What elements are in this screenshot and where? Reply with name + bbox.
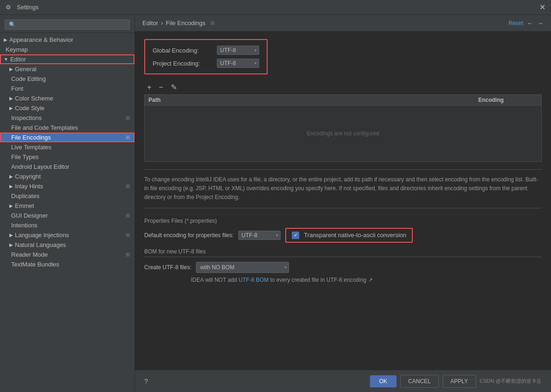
reset-button[interactable]: Reset — [509, 20, 523, 27]
table-toolbar: + − ✎ — [144, 82, 542, 93]
sidebar-item-label: Editor — [10, 56, 26, 63]
cancel-button[interactable]: CANCEL — [400, 375, 439, 388]
forward-button[interactable]: → — [537, 20, 544, 27]
header-actions: Reset ← → — [509, 20, 544, 27]
sidebar-item-general[interactable]: ▶ General — [0, 64, 134, 74]
panel-header: Editor › File Encodings ⊞ Reset ← → — [135, 15, 551, 32]
transparent-checkbox-row: Transparent native-to-ascii conversion — [285, 228, 413, 243]
project-encoding-select[interactable]: UTF-8 UTF-16 ISO-8859-1 — [217, 59, 259, 68]
sync-icon: ⊞ — [126, 213, 130, 219]
sidebar-item-emmet[interactable]: ▶ Emmet — [0, 201, 134, 211]
info-text: To change encoding IntelliJ IDEA uses fo… — [144, 169, 542, 208]
default-encoding-label: Default encoding for properties files: — [144, 232, 234, 239]
breadcrumb-current: File Encodings — [166, 20, 205, 27]
sidebar-item-label: Keymap — [6, 46, 28, 53]
action-buttons: OK CANCEL APPLY CSDN @不断前进的攻卡丘 — [370, 375, 542, 388]
expand-arrow: ▶ — [9, 233, 13, 238]
right-panel: Editor › File Encodings ⊞ Reset ← → Glob… — [135, 15, 551, 392]
remove-button[interactable]: − — [156, 82, 166, 93]
sidebar-item-label: Intentions — [11, 222, 37, 229]
default-encoding-select-wrapper: UTF-8 UTF-16 ISO-8859-1 — [238, 231, 281, 240]
title-bar: ⚙ Settings ✕ — [0, 0, 551, 15]
sidebar-item-natural-languages[interactable]: ▶ Natural Languages — [0, 240, 134, 250]
sidebar-item-editor[interactable]: ▼ Editor — [0, 54, 134, 64]
bom-section-title: BOM for new UTF-8 files — [144, 248, 542, 257]
search-input[interactable] — [5, 20, 130, 30]
apply-button[interactable]: APPLY — [443, 375, 476, 388]
path-column-header: Path — [148, 97, 444, 103]
utf8-bom-link[interactable]: UTF-8 BOM — [238, 277, 269, 283]
sidebar-item-label: Code Editing — [11, 75, 46, 82]
sidebar-item-duplicates[interactable]: Duplicates — [0, 191, 134, 201]
sync-icon: ⊞ — [126, 232, 130, 238]
sidebar-item-label: File Types — [11, 153, 39, 160]
sidebar-item-android-layout-editor[interactable]: Android Layout Editor — [0, 162, 134, 172]
sidebar-item-label: Copyright — [15, 173, 41, 180]
sidebar-item-language-injections[interactable]: ▶ Language Injections ⊞ — [0, 230, 134, 240]
sidebar-item-live-templates[interactable]: Live Templates — [0, 142, 134, 152]
sidebar-item-label: Duplicates — [11, 193, 40, 199]
window-title: Settings — [17, 4, 39, 11]
transparent-label: Transparent native-to-ascii conversion — [304, 232, 406, 239]
ok-button[interactable]: OK — [370, 375, 396, 387]
breadcrumb-parent: Editor — [142, 20, 158, 27]
sidebar-item-file-types[interactable]: File Types — [0, 152, 134, 162]
sidebar-item-label: Emmet — [15, 202, 34, 209]
properties-row: Default encoding for properties files: U… — [144, 228, 542, 243]
sidebar-item-inspections[interactable]: Inspections ⊞ — [0, 113, 134, 123]
sidebar-item-textmate-bundles[interactable]: TextMate Bundles — [0, 259, 134, 269]
sidebar-item-label: Code Style — [15, 105, 45, 112]
project-encoding-wrapper: UTF-8 UTF-16 ISO-8859-1 — [217, 59, 259, 68]
sidebar-item-file-code-templates[interactable]: File and Code Templates — [0, 123, 134, 133]
sidebar-item-label: File Encodings — [11, 134, 51, 141]
create-label: Create UTF-8 files: — [144, 264, 191, 271]
sidebar-item-label: General — [15, 66, 36, 73]
bom-info: IDEA will NOT add UTF-8 BOM to every cre… — [144, 277, 542, 283]
sidebar-item-file-encodings[interactable]: File Encodings ⊞ — [0, 133, 134, 142]
bom-info-prefix: IDEA will NOT add — [191, 277, 238, 283]
bom-select[interactable]: with NO BOM with BOM — [196, 262, 289, 273]
sidebar-item-gui-designer[interactable]: GUI Designer ⊞ — [0, 211, 134, 220]
sidebar-item-label: GUI Designer — [11, 212, 48, 219]
sidebar-item-color-scheme[interactable]: ▶ Color Scheme — [0, 93, 134, 103]
add-button[interactable]: + — [144, 82, 154, 93]
sidebar-item-inlay-hints[interactable]: ▶ Inlay Hints ⊞ — [0, 181, 134, 191]
expand-arrow: ▶ — [9, 174, 13, 179]
expand-arrow: ▼ — [4, 57, 8, 62]
info-text-content: To change encoding IntelliJ IDEA uses fo… — [144, 176, 538, 200]
close-button[interactable]: ✕ — [539, 3, 545, 12]
sidebar-item-label: Appearance & Behavior — [9, 36, 73, 43]
bom-info-suffix: to every created file in UTF-8 encoding … — [269, 277, 372, 283]
sidebar-item-label: Natural Languages — [15, 241, 66, 248]
sidebar-item-label: Inspections — [11, 114, 42, 121]
sidebar-item-font[interactable]: Font — [0, 84, 134, 93]
edit-button[interactable]: ✎ — [168, 82, 180, 93]
global-encoding-select[interactable]: UTF-8 UTF-16 ISO-8859-1 — [217, 46, 259, 55]
sidebar-item-intentions[interactable]: Intentions — [0, 220, 134, 230]
breadcrumb-separator: › — [161, 20, 163, 27]
sidebar-item-keymap[interactable]: Keymap — [0, 45, 134, 54]
sidebar-item-label: Language Injections — [15, 232, 69, 239]
table-header: Path Encoding — [145, 95, 541, 106]
global-encoding-row: Global Encoding: UTF-8 UTF-16 ISO-8859-1 — [153, 46, 259, 55]
encoding-box: Global Encoding: UTF-8 UTF-16 ISO-8859-1… — [144, 39, 268, 74]
sidebar-item-code-editing[interactable]: Code Editing — [0, 74, 134, 84]
encoding-table: Path Encoding Encodings are not configur… — [144, 94, 542, 162]
sidebar-item-code-style[interactable]: ▶ Code Style — [0, 103, 134, 113]
sidebar-item-label: Inlay Hints — [15, 183, 43, 190]
watermark: CSDN @不断前进的攻卡丘 — [480, 378, 542, 385]
help-button[interactable]: ? — [144, 378, 148, 385]
panel-body: Global Encoding: UTF-8 UTF-16 ISO-8859-1… — [135, 32, 551, 370]
project-encoding-label: Project Encoding: — [153, 60, 213, 67]
global-encoding-wrapper: UTF-8 UTF-16 ISO-8859-1 — [217, 46, 259, 55]
bom-select-wrapper: with NO BOM with BOM — [196, 262, 289, 273]
sidebar-item-label: Color Scheme — [15, 95, 53, 102]
sidebar-item-copyright[interactable]: ▶ Copyright — [0, 172, 134, 181]
transparent-checkbox[interactable] — [292, 232, 299, 239]
sidebar: ▶ Appearance & Behavior Keymap ▼ Editor … — [0, 15, 135, 392]
properties-section-title: Properties Files (*.properties) — [144, 218, 542, 224]
sidebar-item-reader-mode[interactable]: Reader Mode ⊞ — [0, 250, 134, 259]
sidebar-item-appearance[interactable]: ▶ Appearance & Behavior — [0, 35, 134, 45]
back-button[interactable]: ← — [527, 20, 533, 27]
default-encoding-select[interactable]: UTF-8 UTF-16 ISO-8859-1 — [238, 231, 281, 240]
